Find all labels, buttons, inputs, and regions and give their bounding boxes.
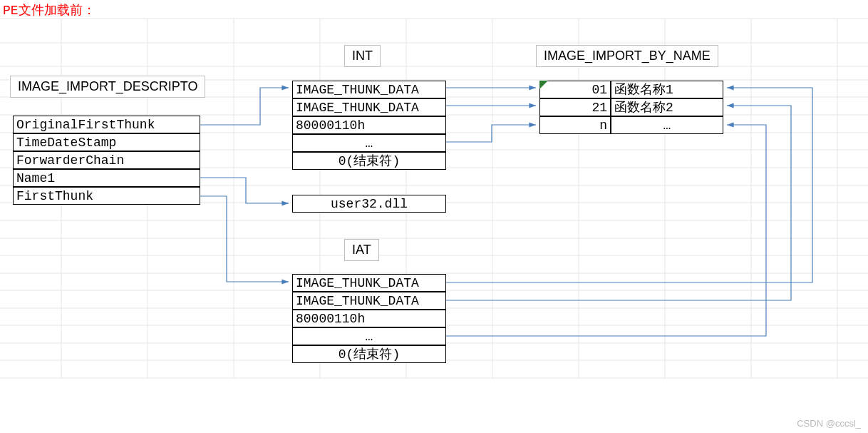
iat-row-4: 0(结束符) — [292, 345, 446, 363]
ibn-name-1: 函数名称2 — [611, 98, 723, 116]
descriptor-row-timedatestamp: TimeDateStamp — [13, 133, 200, 151]
int-row-0: IMAGE_THUNK_DATA — [292, 81, 446, 98]
watermark-text: CSDN @cccsl_ — [797, 418, 861, 429]
arrow-firstthunk-to-iat — [200, 196, 289, 282]
ibn-idx-1: 21 — [539, 98, 611, 116]
descriptor-row-firstthunk: FirstThunk — [13, 187, 200, 205]
int-row-4: 0(结束符) — [292, 152, 446, 170]
cell-flag-icon — [0, 0, 868, 433]
iat-row-0: IMAGE_THUNK_DATA — [292, 274, 446, 292]
ibn-idx-2: n — [539, 116, 611, 134]
descriptor-row-forwarderchain: ForwarderChain — [13, 151, 200, 169]
grid-lines — [0, 0, 868, 433]
int-label: INT — [344, 45, 381, 67]
descriptor-label: IMAGE_IMPORT_DESCRIPTO — [10, 76, 205, 98]
ibn-name-0: 函数名称1 — [611, 81, 723, 98]
iat-row-3: … — [292, 327, 446, 345]
descriptor-row-originalfirstthunk: OriginalFirstThunk — [13, 116, 200, 133]
dll-name-cell: user32.dll — [292, 195, 446, 213]
descriptor-row-name1: Name1 — [13, 169, 200, 187]
arrow-intdot-to-ibn2 — [446, 125, 536, 142]
int-row-1: IMAGE_THUNK_DATA — [292, 98, 446, 116]
arrow-iat1-to-ibn1 — [446, 106, 791, 300]
import-by-name-label: IMAGE_IMPORT_BY_NAME — [536, 45, 718, 67]
diagram-title: PE文件加载前： — [3, 1, 95, 19]
arrow-iatdot-to-ibn2 — [446, 125, 766, 336]
arrows-layer — [0, 0, 868, 433]
ibn-name-2: … — [611, 116, 723, 134]
diagram-stage: PE文件加载前： IMAGE_IMPORT_DESCRIPTO Original… — [0, 0, 868, 433]
arrow-name1-to-dll — [200, 178, 289, 203]
int-row-3: … — [292, 134, 446, 152]
iat-row-1: IMAGE_THUNK_DATA — [292, 292, 446, 310]
iat-label: IAT — [344, 239, 379, 261]
iat-row-2: 80000110h — [292, 310, 446, 327]
int-row-2: 80000110h — [292, 116, 446, 134]
arrow-oft-to-int — [200, 88, 289, 125]
ibn-idx-0: 01 — [539, 81, 611, 98]
